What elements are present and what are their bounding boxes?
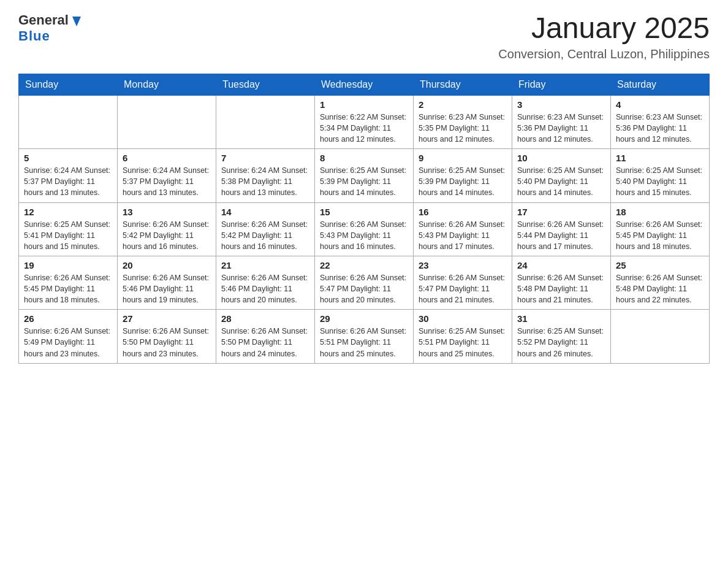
day-info: Sunrise: 6:24 AM Sunset: 5:37 PM Dayligh…: [24, 165, 112, 198]
day-info: Sunrise: 6:25 AM Sunset: 5:51 PM Dayligh…: [419, 326, 507, 359]
week-row-3: 19Sunrise: 6:26 AM Sunset: 5:45 PM Dayli…: [19, 256, 710, 309]
day-info: Sunrise: 6:24 AM Sunset: 5:37 PM Dayligh…: [123, 165, 211, 198]
day-info: Sunrise: 6:26 AM Sunset: 5:48 PM Dayligh…: [616, 272, 704, 305]
day-info: Sunrise: 6:25 AM Sunset: 5:41 PM Dayligh…: [24, 219, 112, 252]
week-row-2: 12Sunrise: 6:25 AM Sunset: 5:41 PM Dayli…: [19, 202, 710, 256]
day-info: Sunrise: 6:25 AM Sunset: 5:52 PM Dayligh…: [517, 326, 605, 359]
day-cell-29: 29Sunrise: 6:26 AM Sunset: 5:51 PM Dayli…: [315, 310, 414, 363]
day-info: Sunrise: 6:26 AM Sunset: 5:43 PM Dayligh…: [419, 219, 507, 252]
day-info: Sunrise: 6:26 AM Sunset: 5:49 PM Dayligh…: [24, 326, 112, 359]
day-number: 19: [24, 260, 112, 270]
calendar-table: SundayMondayTuesdayWednesdayThursdayFrid…: [18, 74, 710, 364]
day-number: 7: [221, 153, 309, 163]
location: Conversion, Central Luzon, Philippines: [498, 47, 710, 61]
day-cell-25: 25Sunrise: 6:26 AM Sunset: 5:48 PM Dayli…: [611, 256, 710, 309]
weekday-header-saturday: Saturday: [611, 74, 710, 95]
day-info: Sunrise: 6:24 AM Sunset: 5:38 PM Dayligh…: [221, 165, 309, 198]
day-info: Sunrise: 6:26 AM Sunset: 5:50 PM Dayligh…: [221, 326, 309, 359]
day-info: Sunrise: 6:25 AM Sunset: 5:39 PM Dayligh…: [419, 165, 507, 198]
day-info: Sunrise: 6:26 AM Sunset: 5:47 PM Dayligh…: [419, 272, 507, 305]
day-cell-11: 11Sunrise: 6:25 AM Sunset: 5:40 PM Dayli…: [611, 149, 710, 202]
day-cell-24: 24Sunrise: 6:26 AM Sunset: 5:48 PM Dayli…: [512, 256, 611, 309]
day-info: Sunrise: 6:26 AM Sunset: 5:47 PM Dayligh…: [320, 272, 408, 305]
day-cell-19: 19Sunrise: 6:26 AM Sunset: 5:45 PM Dayli…: [19, 256, 118, 309]
weekday-header-friday: Friday: [512, 74, 611, 95]
day-info: Sunrise: 6:26 AM Sunset: 5:50 PM Dayligh…: [123, 326, 211, 359]
day-number: 18: [616, 207, 704, 217]
day-number: 16: [419, 207, 507, 217]
day-number: 27: [123, 313, 211, 324]
day-info: Sunrise: 6:23 AM Sunset: 5:36 PM Dayligh…: [616, 112, 704, 145]
logo-icon: [70, 14, 83, 28]
logo: General Blue: [18, 12, 83, 44]
day-info: Sunrise: 6:23 AM Sunset: 5:35 PM Dayligh…: [419, 112, 507, 145]
day-cell-1: 1Sunrise: 6:22 AM Sunset: 5:34 PM Daylig…: [315, 95, 414, 148]
day-info: Sunrise: 6:26 AM Sunset: 5:48 PM Dayligh…: [517, 272, 605, 305]
weekday-header-monday: Monday: [118, 74, 216, 95]
day-number: 26: [24, 313, 112, 324]
day-number: 20: [123, 260, 211, 270]
day-info: Sunrise: 6:26 AM Sunset: 5:44 PM Dayligh…: [517, 219, 605, 252]
day-info: Sunrise: 6:22 AM Sunset: 5:34 PM Dayligh…: [320, 112, 408, 145]
day-info: Sunrise: 6:25 AM Sunset: 5:40 PM Dayligh…: [616, 165, 704, 198]
day-cell-17: 17Sunrise: 6:26 AM Sunset: 5:44 PM Dayli…: [512, 202, 611, 256]
day-number: 4: [616, 99, 704, 110]
week-row-1: 5Sunrise: 6:24 AM Sunset: 5:37 PM Daylig…: [19, 149, 710, 202]
day-info: Sunrise: 6:26 AM Sunset: 5:45 PM Dayligh…: [616, 219, 704, 252]
day-number: 15: [320, 207, 408, 217]
day-cell-28: 28Sunrise: 6:26 AM Sunset: 5:50 PM Dayli…: [216, 310, 315, 363]
weekday-header-row: SundayMondayTuesdayWednesdayThursdayFrid…: [19, 74, 710, 95]
day-cell-20: 20Sunrise: 6:26 AM Sunset: 5:46 PM Dayli…: [118, 256, 216, 309]
day-cell-31: 31Sunrise: 6:25 AM Sunset: 5:52 PM Dayli…: [512, 310, 611, 363]
day-info: Sunrise: 6:26 AM Sunset: 5:45 PM Dayligh…: [24, 272, 112, 305]
day-cell-8: 8Sunrise: 6:25 AM Sunset: 5:39 PM Daylig…: [315, 149, 414, 202]
day-cell-9: 9Sunrise: 6:25 AM Sunset: 5:39 PM Daylig…: [414, 149, 512, 202]
week-row-0: 1Sunrise: 6:22 AM Sunset: 5:34 PM Daylig…: [19, 95, 710, 148]
day-info: Sunrise: 6:26 AM Sunset: 5:43 PM Dayligh…: [320, 219, 408, 252]
weekday-header-tuesday: Tuesday: [216, 74, 315, 95]
day-info: Sunrise: 6:26 AM Sunset: 5:46 PM Dayligh…: [123, 272, 211, 305]
day-info: Sunrise: 6:25 AM Sunset: 5:40 PM Dayligh…: [517, 165, 605, 198]
weekday-header-wednesday: Wednesday: [315, 74, 414, 95]
day-number: 22: [320, 260, 408, 270]
day-number: 24: [517, 260, 605, 270]
day-number: 21: [221, 260, 309, 270]
day-info: Sunrise: 6:26 AM Sunset: 5:42 PM Dayligh…: [123, 219, 211, 252]
day-cell-26: 26Sunrise: 6:26 AM Sunset: 5:49 PM Dayli…: [19, 310, 118, 363]
day-cell-15: 15Sunrise: 6:26 AM Sunset: 5:43 PM Dayli…: [315, 202, 414, 256]
empty-cell: [118, 95, 216, 148]
day-cell-6: 6Sunrise: 6:24 AM Sunset: 5:37 PM Daylig…: [118, 149, 216, 202]
day-info: Sunrise: 6:26 AM Sunset: 5:42 PM Dayligh…: [221, 219, 309, 252]
weekday-header-thursday: Thursday: [414, 74, 512, 95]
day-cell-27: 27Sunrise: 6:26 AM Sunset: 5:50 PM Dayli…: [118, 310, 216, 363]
day-number: 23: [419, 260, 507, 270]
day-number: 11: [616, 153, 704, 163]
day-cell-18: 18Sunrise: 6:26 AM Sunset: 5:45 PM Dayli…: [611, 202, 710, 256]
day-number: 13: [123, 207, 211, 217]
day-cell-21: 21Sunrise: 6:26 AM Sunset: 5:46 PM Dayli…: [216, 256, 315, 309]
day-number: 10: [517, 153, 605, 163]
day-info: Sunrise: 6:23 AM Sunset: 5:36 PM Dayligh…: [517, 112, 605, 145]
day-cell-13: 13Sunrise: 6:26 AM Sunset: 5:42 PM Dayli…: [118, 202, 216, 256]
day-number: 25: [616, 260, 704, 270]
day-number: 29: [320, 313, 408, 324]
logo-general: General: [18, 12, 69, 28]
day-info: Sunrise: 6:26 AM Sunset: 5:51 PM Dayligh…: [320, 326, 408, 359]
day-number: 3: [517, 99, 605, 110]
day-number: 8: [320, 153, 408, 163]
empty-cell: [216, 95, 315, 148]
day-info: Sunrise: 6:25 AM Sunset: 5:39 PM Dayligh…: [320, 165, 408, 198]
day-cell-10: 10Sunrise: 6:25 AM Sunset: 5:40 PM Dayli…: [512, 149, 611, 202]
day-cell-14: 14Sunrise: 6:26 AM Sunset: 5:42 PM Dayli…: [216, 202, 315, 256]
day-cell-12: 12Sunrise: 6:25 AM Sunset: 5:41 PM Dayli…: [19, 202, 118, 256]
page-header: General Blue January 2025 Conversion, Ce…: [18, 12, 710, 61]
empty-cell: [611, 310, 710, 363]
day-cell-2: 2Sunrise: 6:23 AM Sunset: 5:35 PM Daylig…: [414, 95, 512, 148]
day-number: 17: [517, 207, 605, 217]
day-cell-23: 23Sunrise: 6:26 AM Sunset: 5:47 PM Dayli…: [414, 256, 512, 309]
empty-cell: [19, 95, 118, 148]
day-info: Sunrise: 6:26 AM Sunset: 5:46 PM Dayligh…: [221, 272, 309, 305]
day-number: 1: [320, 99, 408, 110]
title-block: January 2025 Conversion, Central Luzon, …: [498, 12, 710, 61]
day-cell-3: 3Sunrise: 6:23 AM Sunset: 5:36 PM Daylig…: [512, 95, 611, 148]
